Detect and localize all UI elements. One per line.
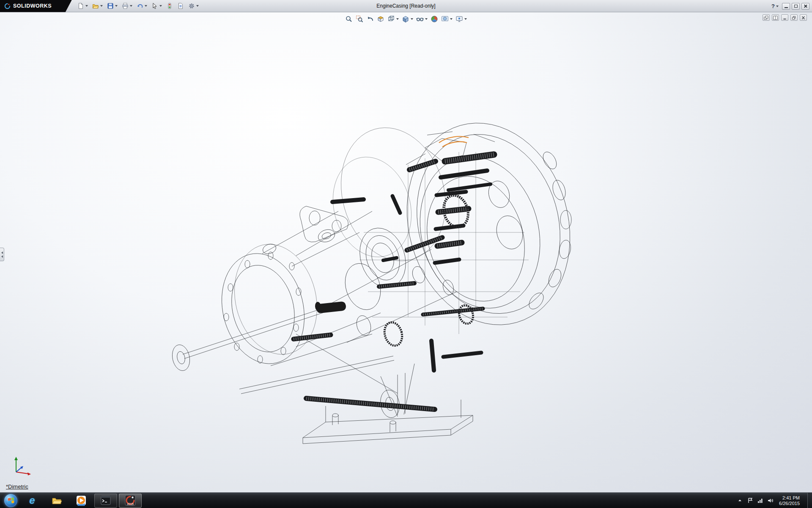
options-dropdown-icon[interactable]: [196, 5, 199, 7]
doc-minimize-icon: [782, 16, 787, 20]
standard-toolbar: [76, 2, 200, 10]
view-settings-icon: [455, 15, 463, 23]
restore-button[interactable]: [792, 3, 800, 10]
engine-casing-wireframe-model[interactable]: [0, 12, 812, 492]
show-desktop-button[interactable]: [807, 493, 812, 508]
view-settings-dropdown-icon[interactable]: [464, 18, 467, 20]
window-title: EngineCasing [Read-only]: [376, 0, 435, 12]
internet-explorer-icon: e: [29, 495, 35, 506]
clock-time: 2:41 PM: [779, 495, 800, 501]
minimize-button[interactable]: [782, 3, 790, 10]
save-dropdown-icon[interactable]: [115, 5, 118, 7]
taskbar-clock[interactable]: 2:41 PM 6/26/2015: [779, 495, 800, 506]
hide-show-items-button[interactable]: [415, 14, 428, 24]
graphics-area[interactable]: *Dimetric: [0, 12, 812, 492]
document-window-controls: [763, 14, 807, 21]
apply-scene-icon: [441, 15, 449, 23]
solidworks-app-button[interactable]: 2015: [119, 494, 142, 508]
options-gear-icon: [188, 3, 195, 9]
cascade-windows-button[interactable]: [763, 14, 770, 21]
display-style-dropdown-icon[interactable]: [411, 18, 413, 20]
new-button[interactable]: [76, 2, 89, 10]
display-style-icon: [402, 15, 409, 23]
zoom-to-area-icon: [356, 15, 363, 23]
apply-scene-button[interactable]: [440, 14, 453, 24]
start-button[interactable]: [4, 494, 17, 507]
heads-up-view-toolbar: [343, 14, 469, 24]
solidworks-logo: SOLIDWORKS: [0, 0, 72, 12]
dassault-logo-icon: [4, 3, 11, 9]
expand-panel-icon: [1, 251, 3, 254]
edit-appearance-icon: [431, 15, 438, 23]
dark-cylinder: [315, 301, 346, 313]
new-dropdown-icon[interactable]: [85, 5, 88, 7]
zoom-to-fit-icon: [345, 15, 353, 23]
select-button[interactable]: [150, 2, 163, 10]
open-dropdown-icon[interactable]: [100, 5, 103, 7]
rebuild-icon: [166, 3, 173, 9]
save-button[interactable]: [106, 2, 119, 10]
apply-scene-dropdown-icon[interactable]: [450, 18, 453, 20]
display-style-button[interactable]: [401, 14, 414, 24]
volume-icon[interactable]: [767, 497, 774, 504]
print-dropdown-icon[interactable]: [130, 5, 132, 7]
section-view-button[interactable]: [376, 14, 385, 24]
print-button[interactable]: [121, 2, 134, 10]
highlighted-edges: [439, 136, 469, 147]
undo-dropdown-icon[interactable]: [145, 5, 147, 7]
restore-icon: [794, 5, 798, 8]
tile-windows-icon: [773, 16, 778, 20]
undo-button[interactable]: [135, 2, 148, 10]
media-player-button[interactable]: [70, 494, 93, 508]
help-icon: ?: [771, 3, 775, 9]
solidworks-version-badge: 2015: [125, 502, 136, 505]
hidden-icons-arrow[interactable]: [737, 497, 743, 504]
doc-restore-button[interactable]: [790, 14, 798, 21]
view-settings-button[interactable]: [455, 14, 468, 24]
rebuild-button[interactable]: [165, 2, 174, 10]
featuremanager-collapsed-tab[interactable]: [0, 248, 4, 261]
taskbar-apps: e 2015: [21, 494, 142, 508]
new-file-icon: [77, 3, 84, 9]
open-button[interactable]: [91, 2, 104, 10]
hide-show-items-icon: [416, 15, 424, 23]
action-center-icon[interactable]: [747, 497, 753, 504]
expand-panel-icon: [1, 255, 3, 258]
print-icon: [122, 3, 129, 9]
view-orientation-label: *Dimetric: [6, 483, 28, 490]
file-explorer-button[interactable]: [45, 494, 68, 508]
file-properties-button[interactable]: [176, 2, 185, 10]
options-button[interactable]: [187, 2, 200, 10]
select-dropdown-icon[interactable]: [159, 5, 162, 7]
doc-restore-icon: [792, 16, 796, 20]
help-dropdown-icon[interactable]: [776, 6, 779, 7]
file-explorer-icon: [51, 495, 62, 506]
previous-view-button[interactable]: [365, 14, 375, 24]
doc-close-button[interactable]: [800, 14, 807, 21]
titlebar: SOLIDWORKS: [0, 0, 812, 12]
doc-minimize-button[interactable]: [781, 14, 788, 21]
help-button[interactable]: ?: [770, 3, 780, 10]
window-controls: ?: [770, 0, 809, 12]
taskbar: e 2015 2:41 PM 6/: [0, 492, 812, 508]
save-icon: [107, 3, 114, 9]
undo-icon: [137, 3, 143, 9]
network-icon[interactable]: [757, 497, 763, 504]
zoom-to-area-button[interactable]: [355, 14, 364, 24]
close-button[interactable]: [801, 3, 809, 10]
hide-show-dropdown-icon[interactable]: [425, 18, 428, 20]
zoom-to-fit-button[interactable]: [344, 14, 354, 24]
media-player-icon: [76, 495, 87, 506]
file-properties-icon: [177, 3, 184, 9]
internet-explorer-button[interactable]: e: [21, 494, 44, 508]
view-orientation-icon: [387, 15, 395, 23]
open-icon: [92, 3, 99, 9]
command-prompt-button[interactable]: [94, 494, 117, 508]
tile-windows-button[interactable]: [772, 14, 779, 21]
system-tray: 2:41 PM 6/26/2015: [737, 493, 812, 508]
view-orientation-dropdown-icon[interactable]: [396, 18, 399, 20]
windows-flag-icon: [8, 497, 14, 504]
view-orientation-button[interactable]: [387, 14, 400, 24]
doc-close-icon: [801, 16, 806, 20]
edit-appearance-button[interactable]: [430, 14, 439, 24]
